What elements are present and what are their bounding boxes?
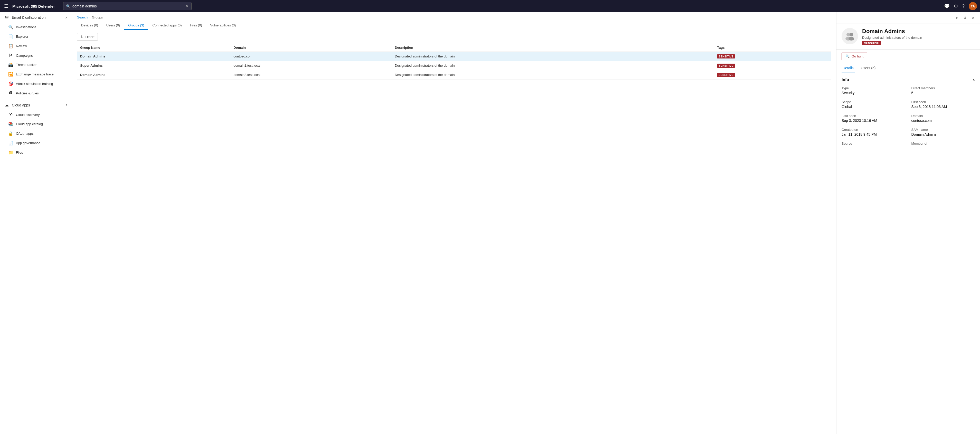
info-field-created-on: Created on Jan 11, 2018 9:45 PM: [842, 128, 905, 136]
investigations-icon: 🔍: [8, 25, 13, 30]
sidebar-item-oauth-apps[interactable]: 🔒 OAuth apps: [0, 129, 72, 138]
search-input[interactable]: [72, 4, 184, 8]
table-toolbar: ⇩ Export: [77, 33, 831, 41]
oauth-apps-icon: 🔒: [8, 131, 13, 136]
app-title: Microsoft 365 Defender: [12, 4, 55, 8]
review-icon: 📋: [8, 44, 13, 49]
campaigns-icon: 🏳: [8, 53, 13, 58]
sidebar-label-cloud-apps: Cloud apps: [12, 103, 30, 107]
settings-icon[interactable]: ⚙: [954, 3, 958, 9]
sidebar-label-attack-simulation: Attack simulation training: [16, 82, 53, 86]
direct-members-value: 5: [912, 91, 975, 95]
help-icon[interactable]: ?: [962, 3, 964, 9]
col-header-domain[interactable]: Domain: [231, 44, 391, 52]
created-on-label: Created on: [842, 128, 905, 131]
content-area: Search › Groups Devices (0) Users (0) Gr…: [72, 12, 980, 434]
info-section-label: Info: [842, 78, 849, 82]
sidebar-section-email-collab[interactable]: ✉ Email & collaboration ∧: [0, 12, 72, 22]
cell-description: Designated administrators of the domain: [391, 61, 714, 70]
detail-tabs: Details Users (5): [837, 63, 980, 73]
cell-description: Designated administrators of the domain: [391, 52, 714, 61]
go-hunt-button[interactable]: 🔍 Go hunt: [842, 52, 867, 60]
info-grid: Type Security Direct members 5 Scope Glo…: [842, 86, 975, 146]
table-row[interactable]: Domain Admins contoso.com Designated adm…: [77, 52, 831, 61]
info-field-type: Type Security: [842, 86, 905, 95]
files-icon: 📁: [8, 150, 13, 155]
tab-users[interactable]: Users (0): [102, 21, 124, 30]
sidebar-item-campaigns[interactable]: 🏳 Campaigns: [0, 51, 72, 60]
detail-nav-up-button[interactable]: ⇧: [953, 14, 961, 22]
global-search-bar[interactable]: 🔍 ✕: [63, 2, 192, 10]
sidebar-label-oauth-apps: OAuth apps: [16, 131, 33, 135]
sidebar-item-cloud-app-catalog[interactable]: 📚 Cloud app catalog: [0, 119, 72, 129]
cell-domain: contoso.com: [231, 52, 391, 61]
sidebar-item-policies-rules[interactable]: 🛠 Policies & rules: [0, 89, 72, 98]
detail-header: Domain Admins Designated administrators …: [837, 24, 980, 49]
cell-tags: SENSITIVE: [714, 70, 831, 79]
cloud-apps-chevron-icon: ∧: [65, 103, 68, 107]
sidebar-item-exchange-message-trace[interactable]: 🔁 Exchange message trace: [0, 70, 72, 79]
sidebar-label-investigations: Investigations: [16, 25, 37, 29]
app-governance-icon: 📄: [8, 141, 13, 146]
hamburger-menu-icon[interactable]: ☰: [3, 2, 9, 10]
tab-devices[interactable]: Devices (0): [77, 21, 102, 30]
last-seen-value: Sep 3, 2023 10:16 AM: [842, 119, 905, 123]
cell-tags: SENSITIVE: [714, 52, 831, 61]
policies-icon: 🛠: [8, 91, 13, 95]
tab-vulnerabilities[interactable]: Vulnerabilities (3): [206, 21, 240, 30]
sidebar-label-cloud-discovery: Cloud discovery: [16, 113, 40, 117]
clear-search-icon[interactable]: ✕: [186, 4, 189, 8]
last-seen-label: Last seen: [842, 114, 905, 118]
info-field-sam-name: SAM name Domain Admins: [912, 128, 975, 136]
tab-files[interactable]: Files (0): [186, 21, 206, 30]
sidebar-item-threat-tracker[interactable]: 📸 Threat tracker: [0, 60, 72, 70]
avatar[interactable]: TA: [969, 2, 977, 10]
tab-connected-apps[interactable]: Connected apps (0): [148, 21, 186, 30]
info-field-domain: Domain contoso.com: [912, 114, 975, 123]
sidebar-item-files[interactable]: 📁 Files: [0, 148, 72, 157]
cell-tags: SENSITIVE: [714, 61, 831, 70]
cell-domain: domain1.test.local: [231, 61, 391, 70]
table-row[interactable]: Super Admins domain1.test.local Designat…: [77, 61, 831, 70]
tab-groups[interactable]: Groups (3): [124, 21, 148, 30]
sidebar-item-app-governance[interactable]: 📄 App governance: [0, 138, 72, 148]
info-collapse-button[interactable]: ∧: [972, 78, 975, 82]
sidebar-item-cloud-discovery[interactable]: 👁 Cloud discovery: [0, 110, 72, 119]
sidebar-section-cloud-apps[interactable]: ☁ Cloud apps ∧: [0, 100, 72, 110]
scope-value: Global: [842, 105, 905, 109]
sidebar-item-attack-simulation[interactable]: 🎯 Attack simulation training: [0, 79, 72, 89]
sidebar-label-app-governance: App governance: [16, 141, 40, 145]
export-button[interactable]: ⇩ Export: [77, 33, 98, 41]
detail-nav-down-button[interactable]: ⇩: [961, 14, 969, 22]
col-header-tags[interactable]: Tags: [714, 44, 831, 52]
detail-tab-users[interactable]: Users (5): [860, 63, 877, 73]
table-row[interactable]: Domain Admins domain2.test.local Designa…: [77, 70, 831, 79]
threat-tracker-icon: 📸: [8, 62, 13, 67]
sidebar-item-investigations[interactable]: 🔍 Investigations: [0, 22, 72, 32]
detail-close-button[interactable]: ✕: [970, 14, 977, 22]
sidebar-label-policies-rules: Policies & rules: [16, 91, 39, 95]
detail-nav: ⇧ ⇩ ✕: [837, 12, 980, 24]
sidebar-item-review[interactable]: 📋 Review: [0, 41, 72, 51]
groups-table: Group Name Domain Description Tags Domai…: [77, 44, 831, 79]
col-header-group-name[interactable]: Group Name: [77, 44, 231, 52]
attack-sim-icon: 🎯: [8, 81, 13, 86]
cell-domain: domain2.test.local: [231, 70, 391, 79]
first-seen-value: Sep 3, 2018 11:03 AM: [912, 105, 975, 109]
breadcrumb-groups: Groups: [92, 15, 103, 19]
created-on-value: Jan 11, 2018 9:45 PM: [842, 132, 905, 136]
svg-point-1: [850, 33, 853, 36]
feedback-icon[interactable]: 💬: [944, 3, 950, 9]
exchange-icon: 🔁: [8, 72, 13, 77]
type-value: Security: [842, 91, 905, 95]
col-header-description[interactable]: Description: [391, 44, 714, 52]
detail-tab-details[interactable]: Details: [842, 63, 855, 73]
topbar: ☰ Microsoft 365 Defender 🔍 ✕ 💬 ⚙ ? TA: [0, 0, 980, 12]
scope-label: Scope: [842, 100, 905, 104]
table-header-row: Group Name Domain Description Tags: [77, 44, 831, 52]
sidebar-item-explorer[interactable]: 📄 Explorer: [0, 32, 72, 41]
breadcrumb-search-link[interactable]: Search: [77, 15, 88, 19]
detail-panel: ⇧ ⇩ ✕ Domain Admins Designated: [836, 12, 980, 434]
direct-members-label: Direct members: [912, 86, 975, 90]
export-icon: ⇩: [80, 35, 83, 39]
